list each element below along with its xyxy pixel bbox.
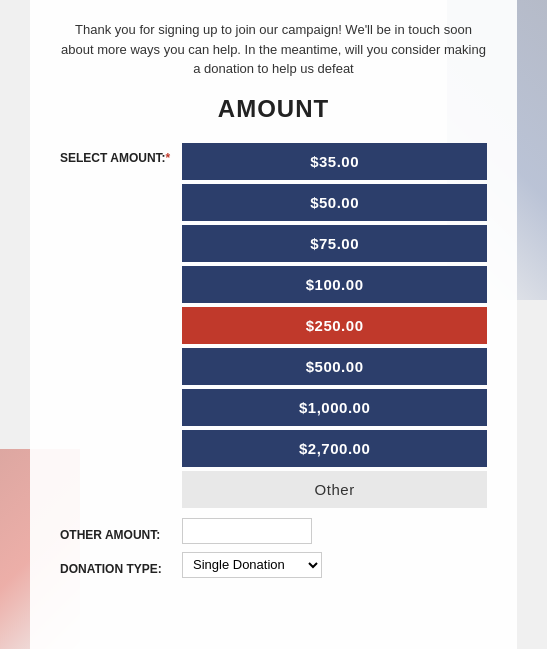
amount-title: AMOUNT — [60, 95, 487, 123]
amount-btn-other[interactable]: Other — [182, 471, 487, 508]
other-amount-row: OTHER AMOUNT: — [60, 518, 487, 544]
amount-btn-100[interactable]: $100.00 — [182, 266, 487, 303]
amount-btn-75[interactable]: $75.00 — [182, 225, 487, 262]
amount-btn-35[interactable]: $35.00 — [182, 143, 487, 180]
amount-buttons-group: $35.00 $50.00 $75.00 $100.00 $250.00 $50… — [182, 143, 487, 508]
amount-btn-50[interactable]: $50.00 — [182, 184, 487, 221]
other-amount-label: OTHER AMOUNT: — [60, 520, 170, 542]
donation-type-select[interactable]: Single Donation Monthly Donation — [182, 552, 322, 578]
intro-text: Thank you for signing up to join our cam… — [60, 20, 487, 79]
amount-btn-500[interactable]: $500.00 — [182, 348, 487, 385]
main-container: Thank you for signing up to join our cam… — [30, 0, 517, 649]
other-amount-input[interactable] — [182, 518, 312, 544]
amount-btn-250[interactable]: $250.00 — [182, 307, 487, 344]
donation-type-row: DONATION TYPE: Single Donation Monthly D… — [60, 552, 487, 578]
required-marker: * — [166, 151, 171, 165]
donation-type-label: DONATION TYPE: — [60, 554, 170, 576]
amount-btn-1000[interactable]: $1,000.00 — [182, 389, 487, 426]
select-amount-section: SELECT AMOUNT:* $35.00 $50.00 $75.00 $10… — [60, 143, 487, 508]
select-amount-label: SELECT AMOUNT:* — [60, 143, 170, 165]
amount-btn-2700[interactable]: $2,700.00 — [182, 430, 487, 467]
